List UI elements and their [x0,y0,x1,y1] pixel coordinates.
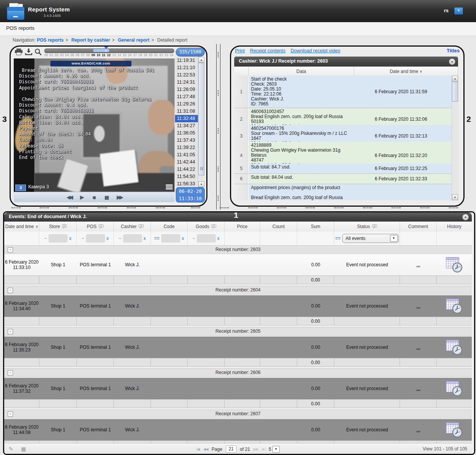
status-filter-select[interactable]: All events▾ [342,234,399,243]
cashier-filter-input[interactable] [123,234,142,243]
grid-view-icon[interactable]: ▦ [21,446,26,452]
user-menu-button[interactable]: ▼ [454,7,463,15]
store-filter-input[interactable] [49,234,68,243]
collapse-group-icon[interactable]: − [8,370,13,376]
download-receipt-video-link[interactable]: Download receipt video [291,48,340,53]
col-status[interactable]: Status [334,222,400,232]
page-number-input[interactable]: 21 [226,445,236,453]
fragment-time-item[interactable]: 11:36:05 [175,130,198,137]
scroll-down-icon[interactable]: ▼ [198,181,204,187]
col-sum[interactable]: Sum [297,222,334,232]
last-page-button[interactable]: ▶| [262,447,265,451]
event-row[interactable]: 6 February 2020 11:33:10 Shop 1 POS term… [4,254,472,275]
comment-link[interactable]: ... [416,427,420,432]
clear-cashier-filter[interactable]: x [144,236,146,241]
pos-filter-input[interactable] [86,234,105,243]
fragment-time-item[interactable]: 11:54:50 [175,173,198,180]
col-pos[interactable]: POS [77,222,114,232]
prev-page-button[interactable]: ◀◀ [203,447,208,451]
fragment-time-item[interactable]: 11:44:22 [175,166,198,173]
history-cell[interactable] [437,295,472,317]
fragment-time-item[interactable]: 11:27:48 [175,93,198,100]
edit-pencil-icon[interactable]: ✎ [9,446,13,452]
col-date-and-time[interactable]: Date and time▲▼ [4,222,39,232]
collapse-events-icon[interactable]: ▲ [462,214,469,220]
collapse-group-icon[interactable]: − [8,247,13,253]
fast-forward-button[interactable]: ▶▶ [117,194,122,200]
receipt-row[interactable]: 4 42188889 Chewing Gum Wrigley Five wate… [234,142,452,164]
event-row[interactable]: 6 February 2020 11:44:08 Shop 1 POS term… [4,418,472,440]
fragment-time-item[interactable]: 11:39:22 [175,144,198,151]
receipt-row[interactable]: 2 4600631002457 Bread English zern. cum.… [234,108,452,125]
fragment-time-item-selected[interactable]: 11:32:48 [175,115,198,122]
fragment-time-item[interactable]: 11:21:10 [175,64,198,71]
comment-link[interactable]: ... [416,303,420,309]
search-zoom-icon[interactable] [34,48,44,56]
video-menu-icon[interactable] [166,185,173,190]
fragment-time-item[interactable]: 11:41:05 [175,151,198,159]
col-store[interactable]: Store [39,222,77,232]
fragment-time-item[interactable]: 11:56:33 [175,180,198,187]
col-history[interactable]: History [437,222,472,232]
clear-code-filter[interactable]: x [182,236,184,241]
scroll-up-icon[interactable]: ▲ [198,57,204,63]
col-comment[interactable]: Comment [400,222,437,232]
history-cell[interactable] [437,419,472,440]
fragment-time-item[interactable]: 11:42:44 [175,159,198,166]
fragment-time-item[interactable]: 11:37:43 [175,137,198,144]
select-arrow-icon[interactable]: ▾ [390,235,398,242]
fragment-time-item[interactable]: 11:31:08 [175,108,198,115]
scrollbar-thumb[interactable]: ●●●●●● [198,63,204,175]
scrollbar-thumb[interactable] [452,82,458,102]
breadcrumb-link-report-by-cashier[interactable]: Report by cashier [71,37,110,43]
pause-button[interactable]: ▮▮ [104,195,108,200]
receipt-row[interactable]: 3 4602547000176 Sour cream - 15% 200g Pi… [234,125,452,142]
scroll-down-icon[interactable]: ▼ [452,194,458,200]
receipt-contents-link[interactable]: Receipt contents [250,48,285,53]
clear-goods-filter[interactable]: x [217,236,220,241]
collapse-receipt-icon[interactable]: ▲ [449,58,455,65]
history-cell[interactable] [437,254,472,275]
timeline-track[interactable] [44,49,174,53]
scroll-up-icon[interactable]: ▲ [452,76,458,81]
breadcrumb-link-general-report[interactable]: General report [118,37,150,43]
col-cashier[interactable]: Cashier [114,222,151,232]
goods-filter-input[interactable] [197,234,216,243]
code-filter-input[interactable] [161,234,180,243]
comment-link[interactable]: ... [416,386,420,391]
print-link[interactable]: Print [235,48,245,53]
col-price[interactable]: Price [225,222,260,232]
col-count[interactable]: Count [260,222,297,232]
receipt-row[interactable]: 6 Sub total: 84.04 usd. 6 February 2020 … [234,174,452,184]
collapse-group-icon[interactable]: − [8,411,13,417]
export-download-icon[interactable] [25,48,34,56]
fragment-time-item[interactable]: 11:34:27 [175,122,198,130]
event-row[interactable]: 6 February 2020 11:34:40 Shop 1 POS term… [4,295,472,317]
clear-pos-filter[interactable]: x [107,236,109,241]
col-code[interactable]: Code [151,222,188,232]
titles-link[interactable]: Titles [447,48,460,53]
fragment-time-item[interactable]: 11:24:31 [175,79,198,86]
stop-button[interactable]: ■ [92,194,96,200]
history-cell[interactable] [437,378,472,399]
first-page-button[interactable]: |◀ [196,447,199,451]
fragment-time-item[interactable]: 11:29:26 [175,100,198,108]
fragment-time-item[interactable]: 11:22:53 [175,71,198,79]
receipt-col-datetime[interactable]: Date and time▲▼ [354,67,458,76]
fragment-time-item[interactable]: 11:26:09 [175,86,198,93]
next-page-button[interactable]: ▶▶ [254,447,259,451]
clear-store-filter[interactable]: x [69,236,71,241]
receipt-row[interactable]: 1 Start of the check Check: 2603 Date: 2… [234,76,452,108]
receipt-scrollbar[interactable]: ▲ ▼ [452,76,458,200]
collapse-group-icon[interactable]: − [8,288,13,293]
event-row[interactable]: 6 February 2020 11:35:23 Shop 1 POS term… [4,336,472,358]
collapse-group-icon[interactable]: − [8,329,13,334]
event-row[interactable]: 6 February 2020 11:37:32 Shop 1 POS term… [4,377,472,399]
receipt-row[interactable]: 5 Sub total: 84.7 usd. 6 February 2020 1… [234,164,452,174]
time-list-scrollbar[interactable]: ▲ ●●●●●● ▼ [198,57,204,187]
receipt-col-data[interactable]: Data [249,67,354,76]
col-goods[interactable]: Goods [188,222,225,232]
comment-link[interactable]: ... [416,345,420,350]
fragment-time-item[interactable]: 11:19:31 [175,57,198,64]
breadcrumb-link-pos-reports[interactable]: POS reports [37,37,63,43]
